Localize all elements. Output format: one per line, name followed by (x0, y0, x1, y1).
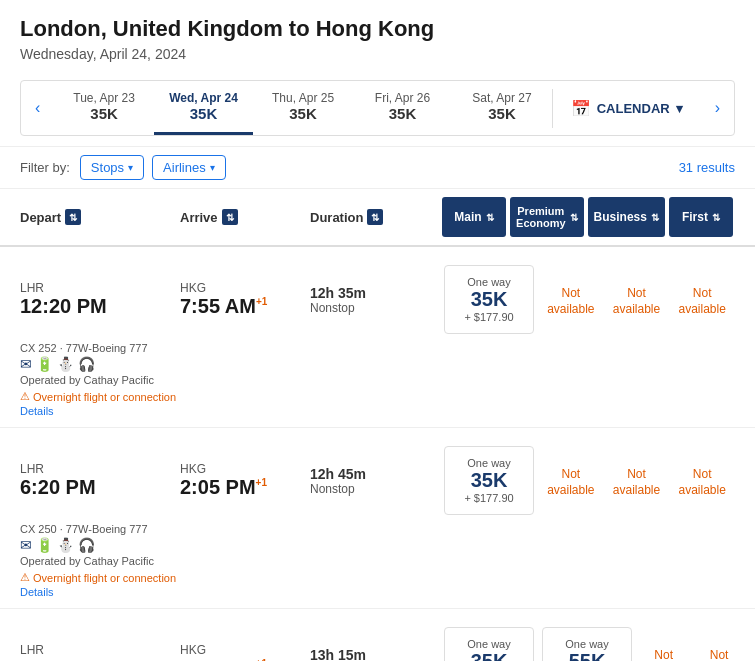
next-day-indicator: +1 (256, 296, 267, 307)
amenities: ✉ 🔋 ⛄ 🎧 (20, 356, 735, 372)
date-tab-price-3: 35K (361, 105, 444, 122)
arrive-airport: HKG (180, 281, 206, 295)
operator: Operated by Cathay Pacific (20, 374, 735, 386)
stops-label: Stops (91, 160, 124, 175)
premium-economy-header[interactable]: Premium Economy ⇅ (510, 197, 584, 237)
business-not-available: Not available (640, 648, 687, 662)
depart-time: 12:20 PM (20, 295, 180, 318)
depart-airport: LHR (20, 643, 180, 657)
depart-header-label: Depart (20, 210, 61, 225)
depart-airport: LHR (20, 462, 180, 476)
depart-col: LHR 7:05 PM (20, 643, 180, 661)
details-link[interactable]: Details (20, 405, 735, 417)
arrive-header[interactable]: Arrive ⇅ (180, 197, 310, 237)
premium-price-box[interactable]: One way 55K + $459.40 (542, 627, 632, 661)
date-tab-day-4: Sat, Apr 27 (460, 91, 543, 105)
duration-sort-icon[interactable]: ⇅ (367, 209, 383, 225)
flight-meta: CX 250 · 77W-Boeing 777 ✉ 🔋 ⛄ 🎧 Operated… (20, 523, 735, 598)
calendar-button[interactable]: 📅 CALENDAR ▾ (552, 89, 701, 128)
details-link[interactable]: Details (20, 586, 735, 598)
table-row: LHR 12:20 PM HKG 7:55 AM+1 12h 35m Nonst… (0, 247, 755, 428)
warning-label: Overnight flight or connection (33, 572, 176, 584)
arrive-col: HKG 2:05 PM+1 (180, 462, 310, 499)
premium-price-cell: Not available (538, 280, 604, 320)
main-price-usd: + $177.90 (453, 311, 525, 323)
page-subtitle: Wednesday, April 24, 2024 (20, 46, 735, 62)
first-sort-icon: ⇅ (712, 212, 720, 223)
depart-airport: LHR (20, 281, 180, 295)
premium-price-cell[interactable]: One way 55K + $459.40 (538, 623, 636, 661)
date-prev-arrow[interactable]: ‹ (21, 89, 54, 127)
main-price-box[interactable]: One way 35K + $177.90 (444, 446, 534, 515)
arrive-time: 3:20 PM+1 (180, 657, 267, 661)
arrive-header-label: Arrive (180, 210, 218, 225)
depart-time: 7:05 PM (20, 657, 180, 661)
warning-text: ⚠ Overnight flight or connection (20, 390, 735, 403)
date-tab-day-0: Tue, Apr 23 (62, 91, 145, 105)
airlines-filter[interactable]: Airlines ▾ (152, 155, 226, 180)
main-cabin-header[interactable]: Main ⇅ (442, 197, 506, 237)
business-label: Business (594, 210, 647, 224)
date-next-arrow[interactable]: › (701, 89, 734, 127)
results-count: 31 results (679, 160, 735, 175)
page-title: London, United Kingdom to Hong Kong (20, 16, 735, 42)
premium-not-available: Not available (547, 467, 594, 497)
business-not-available: Not available (613, 286, 660, 316)
date-tab-price-2: 35K (261, 105, 344, 122)
main-price-box[interactable]: One way 35K + $297.20 (444, 627, 534, 661)
arrive-airport: HKG (180, 462, 206, 476)
filter-label: Filter by: (20, 160, 70, 175)
next-day-indicator: +1 (256, 477, 267, 488)
main-price-type: One way (453, 276, 525, 288)
first-not-available: Not available (678, 467, 725, 497)
date-tab-3[interactable]: Fri, Apr 26 35K (353, 81, 452, 135)
airlines-dropdown-icon: ▾ (210, 162, 215, 173)
arrive-col: HKG 7:55 AM+1 (180, 281, 310, 318)
date-tab-4[interactable]: Sat, Apr 27 35K (452, 81, 551, 135)
depart-sort-icon[interactable]: ⇅ (65, 209, 81, 225)
duration-col: 12h 35m Nonstop (310, 285, 440, 315)
first-not-available: Not available (678, 286, 725, 316)
depart-header[interactable]: Depart ⇅ (20, 197, 180, 237)
duration-header[interactable]: Duration ⇅ (310, 197, 440, 237)
filter-bar: Filter by: Stops ▾ Airlines ▾ 31 results (0, 146, 755, 189)
airlines-label: Airlines (163, 160, 206, 175)
main-sort-icon: ⇅ (486, 212, 494, 223)
duration-value: 12h 35m (310, 285, 440, 301)
arrive-time: 2:05 PM+1 (180, 476, 267, 499)
first-header[interactable]: First ⇅ (669, 197, 733, 237)
stops-value: Nonstop (310, 301, 440, 315)
flight-meta: CX 252 · 77W-Boeing 777 ✉ 🔋 ⛄ 🎧 Operated… (20, 342, 735, 417)
main-price-box[interactable]: One way 35K + $177.90 (444, 265, 534, 334)
stops-value: Nonstop (310, 482, 440, 496)
main-price-cell[interactable]: One way 35K + $177.90 (440, 261, 538, 338)
date-tabs: Tue, Apr 23 35K Wed, Apr 24 35K Thu, Apr… (54, 81, 551, 135)
date-navigation: ‹ Tue, Apr 23 35K Wed, Apr 24 35K Thu, A… (20, 80, 735, 136)
business-header[interactable]: Business ⇅ (588, 197, 665, 237)
depart-col: LHR 12:20 PM (20, 281, 180, 318)
date-tab-0[interactable]: Tue, Apr 23 35K (54, 81, 153, 135)
depart-time: 6:20 PM (20, 476, 180, 499)
main-price-amount: 35K (453, 288, 525, 311)
first-price-cell: Not available (669, 461, 735, 501)
date-tab-day-3: Fri, Apr 26 (361, 91, 444, 105)
date-tab-2[interactable]: Thu, Apr 25 35K (253, 81, 352, 135)
premium-price-cell: Not available (538, 461, 604, 501)
premium-price-amount: 55K (551, 650, 623, 661)
main-price-usd: + $177.90 (453, 492, 525, 504)
duration-col: 13h 15m Nonstop (310, 647, 440, 662)
first-label: First (682, 210, 708, 224)
duration-header-label: Duration (310, 210, 363, 225)
arrive-col: HKG 3:20 PM+1 (180, 643, 310, 661)
stops-filter[interactable]: Stops ▾ (80, 155, 144, 180)
calendar-label: CALENDAR (597, 101, 670, 116)
calendar-icon: 📅 (571, 99, 591, 118)
arrive-sort-icon[interactable]: ⇅ (222, 209, 238, 225)
first-price-cell: Not available (669, 280, 735, 320)
main-price-cell[interactable]: One way 35K + $297.20 (440, 623, 538, 661)
main-price-type: One way (453, 638, 525, 650)
business-price-cell: Not available (636, 642, 691, 662)
main-price-cell[interactable]: One way 35K + $177.90 (440, 442, 538, 519)
duration-value: 12h 45m (310, 466, 440, 482)
date-tab-1[interactable]: Wed, Apr 24 35K (154, 81, 253, 135)
